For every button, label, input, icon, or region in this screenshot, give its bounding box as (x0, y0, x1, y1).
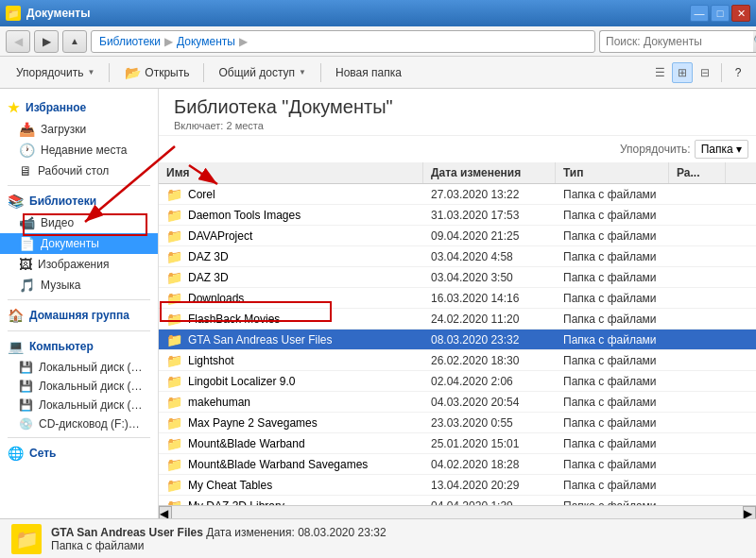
file-size-cell (669, 296, 726, 300)
path-libraries[interactable]: Библиотеки (99, 35, 161, 48)
content-area: Библиотека "Документы" Включает: 2 места… (159, 89, 756, 518)
horizontal-scrollbar[interactable]: ◀ ▶ (159, 505, 756, 518)
table-row[interactable]: 📁Daemon Tools Images31.03.2020 17:53Папк… (159, 205, 756, 226)
view-tiles-btn[interactable]: ⊟ (695, 62, 715, 83)
table-row[interactable]: 📁DAZ 3D03.04.2020 3:50Папка с файлами (159, 267, 756, 288)
table-row[interactable]: 📁Lingobit Localizer 9.002.04.2020 2:06Па… (159, 371, 756, 392)
sidebar-item-desktop[interactable]: 🖥 Рабочий стол (0, 161, 158, 181)
sidebar-item-video[interactable]: 📹 Видео (0, 212, 158, 233)
window-controls[interactable]: — □ ✕ (690, 5, 750, 22)
column-header-size[interactable]: Ра... (669, 162, 726, 183)
sidebar-item-disk-f[interactable]: 💿 CD-дисковод (F:) М... (0, 414, 158, 433)
new-folder-button[interactable]: Новая папка (327, 59, 410, 86)
sidebar-item-documents[interactable]: 📄 Документы (0, 233, 158, 254)
table-row[interactable]: 📁Corel27.03.2020 13:22Папка с файлами (159, 184, 756, 205)
sidebar-sep-1 (8, 185, 150, 186)
forward-button[interactable]: ▶ (34, 30, 59, 53)
sidebar-recent-label: Недавние места (41, 144, 127, 157)
folder-icon: 📁 (166, 228, 182, 244)
scroll-right-btn[interactable]: ▶ (743, 506, 756, 519)
maximize-button[interactable]: □ (711, 5, 730, 22)
open-icon: 📂 (124, 64, 141, 81)
sidebar-item-downloads[interactable]: 📥 Загрузки (0, 119, 158, 140)
sort-value-button[interactable]: Папка ▾ (695, 140, 748, 159)
file-size-cell (669, 359, 726, 363)
table-row[interactable]: 📁GTA San Andreas User Files08.03.2020 23… (159, 330, 756, 350)
table-row[interactable]: 📁DAZ 3D03.04.2020 4:58Папка с файлами (159, 246, 756, 267)
desktop-icon: 🖥 (19, 163, 32, 178)
file-name-text: Corel (188, 188, 215, 201)
view-details-btn[interactable]: ⊞ (672, 62, 693, 83)
sidebar-disk-f-label: CD-дисковод (F:) М... (39, 417, 143, 431)
path-documents[interactable]: Документы (177, 35, 235, 48)
table-row[interactable]: 📁Mount&Blade Warband Savegames04.02.2020… (159, 454, 756, 475)
search-box[interactable]: 🔍 (599, 30, 750, 53)
computer-header[interactable]: 💻 Компьютер (0, 335, 158, 358)
organize-button[interactable]: Упорядочить ▼ (8, 59, 103, 86)
table-row[interactable]: 📁makehuman04.03.2020 20:54Папка с файлам… (159, 392, 756, 413)
sidebar-sep-2 (8, 299, 150, 300)
table-row[interactable]: 📁Downloads16.03.2020 14:16Папка с файлам… (159, 288, 756, 309)
table-row[interactable]: 📁My DAZ 3D Library04.04.2020 1:39Папка с… (159, 496, 756, 505)
file-size-cell (669, 483, 726, 487)
help-button[interactable]: ? (728, 59, 748, 86)
sidebar-item-music[interactable]: 🎵 Музыка (0, 275, 158, 296)
up-button[interactable]: ▲ (62, 30, 87, 53)
table-row[interactable]: 📁Lightshot26.02.2020 18:30Папка с файлам… (159, 350, 756, 371)
file-size-cell (669, 338, 726, 342)
view-controls: ☰ ⊞ ⊟ (649, 62, 715, 83)
favorites-header[interactable]: ★ Избранное (0, 96, 158, 119)
share-button[interactable]: Общий доступ ▼ (210, 59, 315, 86)
libraries-header[interactable]: 📚 Библиотеки (0, 190, 158, 212)
file-name-cell: 📁My Cheat Tables (159, 476, 423, 495)
file-name-text: DAZ 3D (188, 271, 229, 284)
address-path[interactable]: Библиотеки ▶ Документы ▶ (91, 30, 595, 53)
column-header-date[interactable]: Дата изменения (423, 162, 556, 183)
back-button[interactable]: ◀ (6, 30, 30, 53)
file-size-cell (669, 317, 726, 321)
table-row[interactable]: 📁My Cheat Tables13.04.2020 20:29Папка с … (159, 475, 756, 496)
sidebar-item-images[interactable]: 🖼 Изображения (0, 254, 158, 275)
sidebar-item-disk-e[interactable]: 💾 Локальный диск (E:) (0, 396, 158, 414)
content-header: Библиотека "Документы" Включает: 2 места (159, 89, 756, 136)
open-button[interactable]: 📂 Открыть (115, 59, 198, 86)
file-name-cell: 📁Corel (159, 185, 423, 204)
table-row[interactable]: 📁FlashBack Movies24.02.2020 11:20Папка с… (159, 309, 756, 330)
close-button[interactable]: ✕ (731, 5, 750, 22)
sidebar-item-disk-c[interactable]: 💾 Локальный диск (C:) (0, 358, 158, 377)
column-header-type[interactable]: Тип (556, 162, 669, 183)
network-header[interactable]: 🌐 Сеть (0, 442, 158, 465)
sidebar-disk-c-label: Локальный диск (C:) (39, 361, 143, 374)
table-row[interactable]: 📁Max Payne 2 Savegames23.03.2020 0:55Пап… (159, 413, 756, 433)
star-icon: ★ (8, 100, 20, 115)
sidebar-downloads-label: Загрузки (41, 123, 86, 136)
file-type-cell: Папка с файлами (556, 477, 669, 494)
homegroup-header[interactable]: 🏠 Домашняя группа (0, 304, 158, 327)
computer-label: Компьютер (29, 340, 94, 353)
file-name-text: Max Payne 2 Savegames (188, 416, 318, 430)
sidebar-item-disk-d[interactable]: 💾 Локальный диск (D:) (0, 377, 158, 396)
file-date-cell: 16.03.2020 14:16 (423, 290, 556, 307)
column-header-name[interactable]: Имя (159, 162, 423, 183)
libraries-icon: 📚 (8, 194, 24, 209)
search-input[interactable] (599, 30, 753, 53)
folder-icon: 📁 (166, 374, 182, 389)
disk-f-icon: 💿 (19, 417, 33, 431)
computer-icon: 💻 (8, 339, 24, 354)
window-icon: 📁 (6, 6, 21, 21)
view-list-btn[interactable]: ☰ (649, 62, 670, 83)
folder-icon: 📁 (166, 415, 182, 431)
scroll-left-btn[interactable]: ◀ (159, 506, 172, 519)
libraries-label: Библиотеки (29, 194, 96, 208)
file-type-cell: Папка с файлами (556, 186, 669, 203)
title-bar: 📁 Документы — □ ✕ (0, 0, 756, 26)
libraries-section: 📚 Библиотеки 📹 Видео 📄 Документы 🖼 Изобр… (0, 190, 158, 296)
sidebar-item-recent[interactable]: 🕐 Недавние места (0, 140, 158, 161)
minimize-button[interactable]: — (690, 5, 709, 22)
file-date-cell: 23.03.2020 0:55 (423, 414, 556, 431)
table-row[interactable]: 📁DAVAProject09.04.2020 21:25Папка с файл… (159, 226, 756, 246)
sidebar-sep-4 (8, 437, 150, 438)
file-size-cell (669, 400, 726, 404)
sidebar-video-label: Видео (41, 216, 74, 229)
table-row[interactable]: 📁Mount&Blade Warband25.01.2020 15:01Папк… (159, 433, 756, 454)
